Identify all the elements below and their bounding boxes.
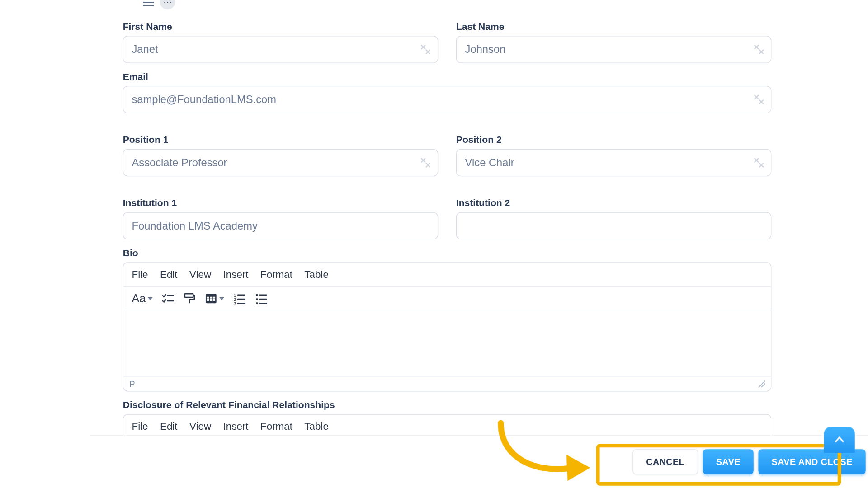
institution2-input[interactable] xyxy=(456,212,772,239)
clear-first-name-icon[interactable] xyxy=(420,44,431,55)
numbered-list-icon[interactable]: 123 xyxy=(234,292,245,304)
clear-position1-icon[interactable] xyxy=(420,157,431,168)
svg-rect-24 xyxy=(207,297,209,299)
top-toolbar-fragment: ⋯ xyxy=(143,0,175,9)
menu-file[interactable]: File xyxy=(132,421,148,432)
chevron-down-icon xyxy=(148,297,153,300)
menu-file[interactable]: File xyxy=(132,269,148,281)
menu-format[interactable]: Format xyxy=(260,269,292,281)
bullet-list-icon[interactable] xyxy=(255,292,267,304)
last-name-label: Last Name xyxy=(456,21,772,32)
svg-rect-29 xyxy=(213,299,215,301)
institution1-input[interactable] xyxy=(123,212,439,239)
save-button[interactable]: SAVE xyxy=(703,449,754,474)
last-name-input[interactable] xyxy=(456,36,772,63)
svg-rect-28 xyxy=(210,299,212,301)
position1-input[interactable] xyxy=(123,149,439,177)
checklist-icon[interactable] xyxy=(162,292,174,304)
first-name-input[interactable] xyxy=(123,36,439,63)
svg-point-38 xyxy=(256,298,258,300)
menu-insert[interactable]: Insert xyxy=(223,421,249,432)
svg-point-40 xyxy=(256,302,258,304)
position2-label: Position 2 xyxy=(456,135,772,145)
svg-rect-26 xyxy=(213,297,215,299)
institution2-label: Institution 2 xyxy=(456,198,772,209)
menu-insert[interactable]: Insert xyxy=(223,269,249,281)
clear-last-name-icon[interactable] xyxy=(754,44,764,55)
font-size-tool[interactable]: Aa xyxy=(132,292,152,305)
first-name-label: First Name xyxy=(123,21,439,32)
format-painter-icon[interactable] xyxy=(184,292,195,304)
svg-point-36 xyxy=(256,294,258,296)
menu-table[interactable]: Table xyxy=(304,421,329,432)
menu-format[interactable]: Format xyxy=(260,421,292,432)
chevron-down-icon xyxy=(220,297,225,300)
scroll-to-top-fab[interactable] xyxy=(824,427,855,453)
disclosure-label: Disclosure of Relevant Financial Relatio… xyxy=(123,400,772,411)
position1-label: Position 1 xyxy=(123,135,439,145)
institution1-label: Institution 1 xyxy=(123,198,439,209)
table-tool[interactable] xyxy=(205,292,224,304)
email-label: Email xyxy=(123,71,772,82)
profile-form: ⋯ First Name Last Name xyxy=(123,0,772,439)
resize-grip-icon[interactable] xyxy=(758,380,765,387)
svg-text:3: 3 xyxy=(234,301,236,305)
bio-label: Bio xyxy=(123,248,772,259)
bio-editor-menubar: File Edit View Insert Format Table xyxy=(123,263,771,287)
email-input[interactable] xyxy=(123,86,772,113)
bio-editor-body[interactable] xyxy=(123,310,771,376)
menu-edit[interactable]: Edit xyxy=(160,269,178,281)
svg-rect-27 xyxy=(207,299,209,301)
add-circle-icon[interactable]: ⋯ xyxy=(160,0,175,9)
position2-input[interactable] xyxy=(456,149,772,177)
svg-rect-25 xyxy=(210,297,212,299)
menu-view[interactable]: View xyxy=(189,269,211,281)
menu-table[interactable]: Table xyxy=(304,269,329,281)
drag-handle-icon[interactable] xyxy=(143,0,154,6)
bio-editor-statusbar: P xyxy=(123,376,771,391)
bio-editor: File Edit View Insert Format Table Aa xyxy=(123,262,772,391)
bio-editor-path[interactable]: P xyxy=(129,379,135,389)
menu-view[interactable]: View xyxy=(189,421,211,432)
bio-editor-toolbar: Aa 123 xyxy=(123,287,771,310)
svg-rect-22 xyxy=(185,294,193,297)
cancel-button[interactable]: CANCEL xyxy=(632,449,698,474)
clear-position2-icon[interactable] xyxy=(754,157,764,168)
menu-edit[interactable]: Edit xyxy=(160,421,178,432)
footer-action-bar: CANCEL SAVE SAVE AND CLOSE xyxy=(90,435,868,488)
clear-email-icon[interactable] xyxy=(754,94,764,105)
